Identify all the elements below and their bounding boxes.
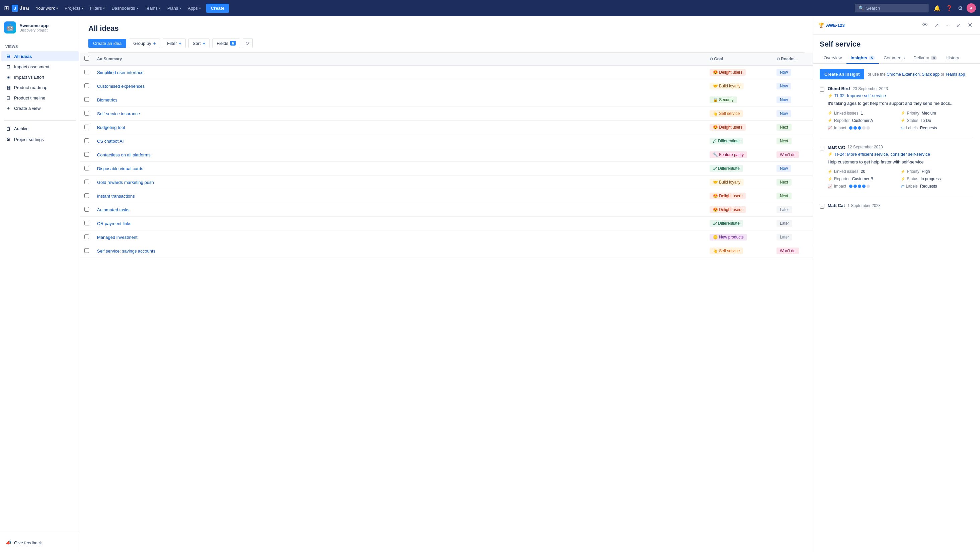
- search-box[interactable]: 🔍: [855, 4, 929, 13]
- row-0-checkbox[interactable]: [84, 70, 89, 74]
- sidebar-item-product-roadmap[interactable]: ▦ Product roadmap: [2, 82, 79, 93]
- row-2-goal-badge[interactable]: 🔒 Security: [710, 96, 737, 103]
- nav-your-work[interactable]: Your work ▾: [33, 4, 60, 12]
- row-11-checkbox[interactable]: [84, 221, 89, 225]
- row-2-checkbox[interactable]: [84, 97, 89, 102]
- search-input[interactable]: [866, 6, 920, 11]
- insight-1-link[interactable]: ⚡ TI-32: Improve self-service: [828, 93, 973, 98]
- row-5-goal-badge[interactable]: 🖊 Differentiate: [710, 138, 743, 144]
- nav-apps[interactable]: Apps ▾: [185, 4, 204, 12]
- sidebar-item-archive[interactable]: 🗑 Archive: [2, 124, 79, 134]
- row-4-goal-badge[interactable]: 😍 Delight users: [710, 124, 746, 131]
- row-12-checkbox[interactable]: [84, 235, 89, 239]
- row-0-summary[interactable]: Simplified user interface: [93, 65, 706, 80]
- row-3-checkbox[interactable]: [84, 111, 89, 116]
- tab-comments[interactable]: Comments: [880, 53, 909, 64]
- nav-plans[interactable]: Plans ▾: [165, 4, 184, 12]
- panel-close-button[interactable]: ✕: [966, 20, 975, 30]
- row-12-summary[interactable]: Managed investment: [93, 230, 706, 244]
- tab-insights[interactable]: Insights 5: [846, 53, 879, 64]
- tab-delivery[interactable]: Delivery 8: [909, 53, 941, 64]
- tab-overview[interactable]: Overview: [820, 53, 846, 64]
- chrome-extension-link[interactable]: Chrome Extension: [887, 72, 920, 77]
- sidebar-item-all-ideas[interactable]: ⊟ All ideas: [2, 51, 79, 61]
- row-12-goal-badge[interactable]: 🪙 New products: [710, 234, 747, 241]
- row-1-goal-badge[interactable]: 🤝 Build loyalty: [710, 83, 744, 89]
- create-idea-button[interactable]: Create an idea: [88, 39, 126, 48]
- row-13-checkbox[interactable]: [84, 248, 89, 253]
- row-6-roadmap-badge[interactable]: Won't do: [776, 152, 799, 158]
- fields-button[interactable]: Fields 6: [212, 38, 240, 48]
- row-9-checkbox[interactable]: [84, 193, 89, 198]
- row-13-summary[interactable]: Self service: savings accounts: [93, 244, 706, 258]
- row-8-summary[interactable]: Gold rewards marketing push: [93, 175, 706, 189]
- row-11-summary[interactable]: QR payment links: [93, 217, 706, 230]
- sidebar-item-give-feedback[interactable]: 📣 Give feedback: [2, 538, 79, 548]
- row-10-roadmap-badge[interactable]: Later: [776, 206, 792, 213]
- sidebar-item-project-settings[interactable]: ⚙ Project settings: [2, 134, 79, 144]
- row-7-goal-badge[interactable]: 🖊 Differentiate: [710, 165, 743, 172]
- row-13-roadmap-badge[interactable]: Won't do: [776, 247, 799, 254]
- row-3-roadmap-badge[interactable]: Now: [776, 110, 791, 117]
- row-13-goal-badge[interactable]: 👆 Self service: [710, 247, 743, 254]
- project-header[interactable]: 🤖 Awesome app Discovery project: [0, 16, 80, 39]
- panel-watch-button[interactable]: 👁: [920, 20, 930, 30]
- row-7-checkbox[interactable]: [84, 166, 89, 171]
- row-5-checkbox[interactable]: [84, 138, 89, 143]
- nav-projects[interactable]: Projects ▾: [62, 4, 86, 12]
- slack-app-link[interactable]: Slack app: [922, 72, 940, 77]
- tab-history[interactable]: History: [942, 53, 963, 64]
- user-avatar[interactable]: A: [967, 3, 976, 13]
- row-4-summary[interactable]: Budgeting tool: [93, 121, 706, 134]
- row-8-checkbox[interactable]: [84, 180, 89, 184]
- create-button[interactable]: Create: [206, 4, 229, 13]
- insight-2-checkbox[interactable]: [820, 146, 824, 150]
- row-11-roadmap-badge[interactable]: Later: [776, 220, 792, 227]
- row-10-checkbox[interactable]: [84, 207, 89, 212]
- notification-icon[interactable]: 🔔: [932, 4, 942, 13]
- row-6-checkbox[interactable]: [84, 152, 89, 157]
- row-10-summary[interactable]: Automated tasks: [93, 203, 706, 217]
- panel-share-button[interactable]: ↗: [932, 20, 941, 30]
- select-all-checkbox[interactable]: [84, 56, 89, 61]
- row-0-goal-badge[interactable]: 😍 Delight users: [710, 69, 746, 76]
- row-9-summary[interactable]: Instant transactions: [93, 189, 706, 203]
- row-6-summary[interactable]: Contactless on all platforms: [93, 148, 706, 162]
- row-12-roadmap-badge[interactable]: Later: [776, 234, 792, 241]
- row-0-roadmap-badge[interactable]: Now: [776, 69, 791, 76]
- row-1-summary[interactable]: Customised experiences: [93, 80, 706, 93]
- apps-grid-icon[interactable]: ⊞: [4, 4, 9, 12]
- row-9-goal-badge[interactable]: 😍 Delight users: [710, 193, 746, 199]
- nav-filters[interactable]: Filters ▾: [88, 4, 107, 12]
- group-by-button[interactable]: Group by +: [129, 38, 160, 48]
- row-3-summary[interactable]: Self-service insurance: [93, 107, 706, 121]
- row-11-goal-badge[interactable]: 🖊 Differentiate: [710, 220, 743, 227]
- nav-dashboards[interactable]: Dashboards ▾: [109, 4, 141, 12]
- sidebar-item-impact-vs-effort[interactable]: ◈ Impact vs Effort: [2, 72, 79, 82]
- sort-button[interactable]: Sort +: [188, 38, 210, 48]
- row-7-summary[interactable]: Disposable virtual cards: [93, 162, 706, 175]
- row-2-roadmap-badge[interactable]: Now: [776, 96, 791, 103]
- row-8-roadmap-badge[interactable]: Next: [776, 179, 792, 185]
- row-7-roadmap-badge[interactable]: Now: [776, 165, 791, 172]
- settings-icon[interactable]: ⚙: [956, 4, 964, 13]
- row-6-goal-badge[interactable]: 🔧 Feature parity: [710, 152, 747, 158]
- help-icon[interactable]: ❓: [945, 4, 954, 13]
- insight-2-link[interactable]: ⚡ TI-24: More efficient service, conside…: [828, 152, 973, 157]
- row-1-checkbox[interactable]: [84, 83, 89, 88]
- insight-3-checkbox[interactable]: [820, 204, 824, 209]
- jira-logo[interactable]: J Jira: [12, 5, 29, 12]
- row-8-goal-badge[interactable]: 🤝 Build loyalty: [710, 179, 744, 185]
- sidebar-item-impact-assessment[interactable]: ⊟ Impact assesment: [2, 62, 79, 72]
- row-2-summary[interactable]: Biometrics: [93, 93, 706, 107]
- row-9-roadmap-badge[interactable]: Next: [776, 193, 792, 199]
- row-10-goal-badge[interactable]: 😍 Delight users: [710, 206, 746, 213]
- row-5-roadmap-badge[interactable]: Next: [776, 138, 792, 144]
- sidebar-item-product-timeline[interactable]: ⊟ Product timeline: [2, 93, 79, 103]
- filter-button[interactable]: Filter +: [163, 38, 185, 48]
- row-4-checkbox[interactable]: [84, 124, 89, 129]
- insight-1-checkbox[interactable]: [820, 87, 824, 92]
- row-1-roadmap-badge[interactable]: Now: [776, 83, 791, 89]
- create-insight-button[interactable]: Create an insight: [820, 69, 864, 80]
- refresh-button[interactable]: ⟳: [243, 38, 253, 48]
